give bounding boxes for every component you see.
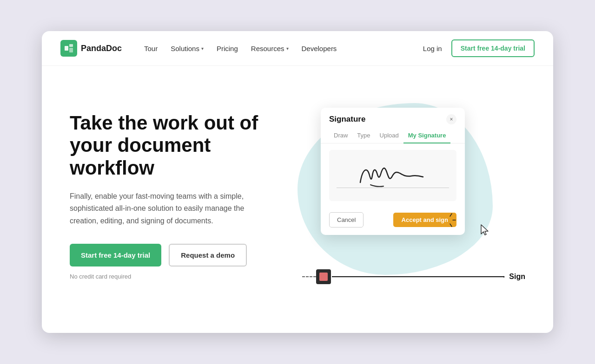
sign-box [316, 269, 331, 284]
nav-developers[interactable]: Developers [302, 45, 337, 52]
tab-type[interactable]: Type [352, 129, 375, 143]
hero-section: Take the work out of your document workf… [42, 66, 553, 326]
signature-modal: Signature × Draw Type Upload My Signatur… [321, 108, 465, 235]
hero-title: Take the work out of your document workf… [70, 112, 274, 179]
svg-rect-1 [69, 44, 73, 47]
signature-canvas [329, 150, 456, 201]
logo[interactable]: PandaDoc [60, 40, 122, 57]
sign-label: Sign [509, 273, 525, 281]
logo-icon [60, 40, 77, 57]
svg-rect-0 [65, 46, 68, 51]
arrow-head-icon: → [499, 273, 506, 281]
modal-header: Signature × [321, 108, 465, 127]
navbar: PandaDoc Tour Solutions ▾ Pricing Resour… [42, 31, 553, 66]
modal-close-button[interactable]: × [446, 114, 456, 124]
nav-tour[interactable]: Tour [144, 45, 158, 52]
start-trial-button[interactable]: Start free 14-day trial [70, 244, 161, 266]
nav-solutions[interactable]: Solutions ▾ [171, 45, 204, 52]
logo-text: PandaDoc [81, 44, 122, 53]
sign-flow: → Sign [302, 269, 525, 284]
click-rays-icon [435, 212, 458, 228]
signature-tabs: Draw Type Upload My Signature [321, 127, 465, 143]
modal-title: Signature [329, 115, 365, 124]
request-demo-button[interactable]: Request a demo [169, 244, 247, 266]
login-button[interactable]: Log in [423, 45, 442, 52]
sign-inner-box [319, 273, 328, 281]
hero-buttons: Start free 14-day trial Request a demo [70, 244, 274, 266]
no-credit-text: No credit card required [70, 273, 274, 280]
signature-drawing [351, 159, 435, 192]
signature-line [337, 188, 449, 188]
hero-illustration: Signature × Draw Type Upload My Signatur… [293, 98, 535, 293]
trial-nav-button[interactable]: Start free 14-day trial [451, 39, 535, 57]
nav-pricing[interactable]: Pricing [217, 45, 238, 52]
chevron-down-icon: ▾ [286, 46, 289, 51]
svg-line-3 [450, 214, 452, 216]
svg-line-5 [450, 224, 452, 227]
browser-window: PandaDoc Tour Solutions ▾ Pricing Resour… [42, 31, 553, 333]
cancel-button[interactable]: Cancel [329, 212, 364, 228]
modal-footer: Cancel Accept and sign [321, 208, 465, 235]
nav-resources[interactable]: Resources ▾ [251, 45, 289, 52]
hero-subtitle: Finally, enable your fast-moving teams w… [70, 190, 274, 227]
nav-actions: Log in Start free 14-day trial [423, 39, 535, 57]
nav-links: Tour Solutions ▾ Pricing Resources ▾ Dev… [144, 45, 408, 52]
tab-draw[interactable]: Draw [329, 129, 352, 143]
sign-arrow-line: → [332, 276, 504, 277]
svg-rect-2 [69, 48, 73, 52]
hero-content: Take the work out of your document workf… [70, 112, 274, 280]
tab-upload[interactable]: Upload [375, 129, 403, 143]
dashed-line [302, 276, 316, 277]
cursor-icon [480, 224, 490, 239]
tab-my-signature[interactable]: My Signature [403, 129, 451, 143]
chevron-down-icon: ▾ [201, 46, 204, 51]
